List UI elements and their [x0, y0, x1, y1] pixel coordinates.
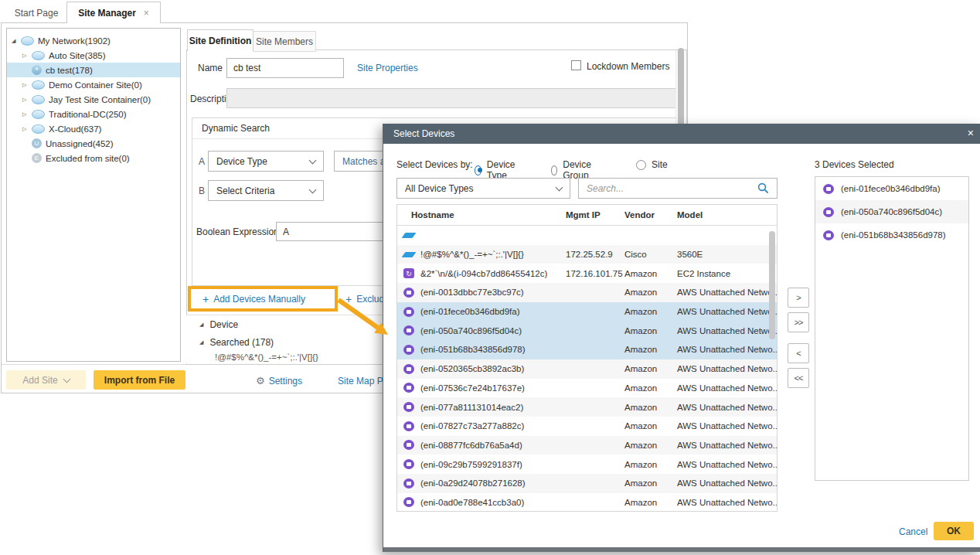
selected-device-row[interactable]: (eni-051b68b343856d978)	[815, 223, 968, 247]
radio-option[interactable]: Site	[636, 159, 668, 170]
add-site-button[interactable]: Add Site	[6, 370, 86, 390]
tree-item-label: X-Cloud(637)	[49, 124, 101, 134]
table-scrollbar-thumb[interactable]	[769, 231, 775, 339]
device-row[interactable]: (eni-0a29d24078b271628) Amazon AWS Unatt…	[397, 474, 777, 493]
criteria-a-dropdown[interactable]: Device Type	[208, 151, 324, 172]
cloud-icon	[32, 95, 45, 104]
tree-item[interactable]: Excluded from site(0)	[7, 151, 180, 165]
settings-button[interactable]: Settings	[256, 375, 302, 386]
description-input[interactable]	[226, 88, 677, 108]
device-row[interactable]	[397, 226, 777, 245]
ok-button[interactable]: OK	[934, 522, 974, 540]
unassigned-icon	[32, 138, 42, 148]
device-row[interactable]: (eni-051b68b343856d978) Amazon AWS Unatt…	[397, 340, 777, 359]
tab-site-manager-label: Site Manager	[78, 8, 136, 19]
criteria-b-dropdown[interactable]: Select Criteria	[208, 180, 324, 201]
tree-item-label: Unassigned(452)	[46, 139, 114, 148]
move-right-button[interactable]: >	[788, 288, 809, 308]
tree-expander-icon[interactable]: ▷	[22, 111, 32, 117]
col-hostname[interactable]: Hostname	[397, 210, 566, 220]
tree-item[interactable]: ▷ Demo Container Site(0)	[7, 77, 180, 92]
criteria-a-value: Device Type	[216, 156, 267, 167]
tree-expander-icon[interactable]: ▷	[22, 82, 32, 88]
name-input[interactable]	[226, 58, 344, 78]
tree-item-label: Demo Container Site(0)	[49, 80, 142, 90]
search-icon[interactable]	[757, 182, 769, 194]
cloud-icon	[32, 110, 45, 119]
selected-device-row[interactable]: (eni-050a740c896f5d04c)	[815, 200, 968, 223]
device-row[interactable]: (eni-0ad0e788e41ccb3a0) Amazon AWS Unatt…	[397, 493, 777, 512]
model-cell: AWS Unattached Netwo...	[677, 383, 777, 393]
device-type-filter-dropdown[interactable]: All Device Types	[396, 178, 570, 199]
device-type-filter-value: All Device Types	[405, 183, 473, 194]
device-row[interactable]: (eni-07827c73a277a882c) Amazon AWS Unatt…	[397, 417, 777, 436]
move-all-right-button[interactable]: >>	[788, 312, 809, 332]
selected-device-row[interactable]: (eni-01fece0b346dbd9fa)	[815, 177, 968, 200]
tab-close-icon[interactable]: ×	[144, 8, 149, 19]
device-row[interactable]: !@#$%^&*()_-=+~`;:.'|V[]{} 172.25.52.9 C…	[397, 245, 777, 264]
col-vendor[interactable]: Vendor	[624, 210, 677, 220]
searched-device-label: !@#$%^&*()_-=+~`;:.'|V[]{}	[215, 352, 318, 362]
device-row[interactable]: &2*`\n/&(i-094cb7dd86455412c) 172.16.101…	[397, 264, 777, 283]
tree-item-label: Auto Site(385)	[49, 51, 106, 60]
tree-item[interactable]: ▷ Jay Test Site Container(0)	[7, 92, 180, 107]
eni-icon	[403, 288, 414, 298]
tab-site-members[interactable]: Site Members	[253, 31, 316, 52]
tree-item[interactable]: cb test(178)	[7, 63, 180, 77]
eni-icon	[403, 325, 414, 335]
model-cell: AWS Unattached Netwo...	[677, 478, 777, 488]
radio-icon	[475, 165, 481, 175]
excluded-icon	[32, 153, 42, 163]
move-all-left-button[interactable]: <<	[788, 368, 809, 388]
cancel-button[interactable]: Cancel	[899, 526, 927, 537]
close-icon[interactable]: ×	[968, 127, 974, 139]
device-row[interactable]: (eni-08877fc6db76a5a4d) Amazon AWS Unatt…	[397, 436, 777, 455]
tab-site-manager[interactable]: Site Manager ×	[66, 2, 161, 23]
vendor-cell: Amazon	[624, 269, 677, 278]
boolean-expression-label: Boolean Expression:	[196, 226, 281, 237]
tree-item[interactable]: ▷ Traditional-DC(250)	[7, 107, 180, 121]
tree-item[interactable]: ◢ My Network(1902)	[7, 33, 180, 48]
device-row[interactable]: (eni-050a740c896f5d04c) Amazon AWS Unatt…	[397, 321, 777, 340]
device-row[interactable]: (eni-0013dbbc77e3bc97c) Amazon AWS Unatt…	[397, 283, 777, 302]
eni-icon	[403, 383, 414, 393]
site-tree: ◢ My Network(1902) ▷ Auto Site(385) cb t…	[6, 28, 181, 362]
device-row[interactable]: (eni-09c29b7599291837f) Amazon AWS Unatt…	[397, 455, 777, 474]
tree-item[interactable]: ▷ Auto Site(385)	[7, 48, 180, 63]
hostname-cell: (eni-0a29d24078b271628)	[420, 478, 526, 488]
tree-expander-icon[interactable]: ▷	[22, 126, 32, 132]
radio-label: Site	[652, 159, 668, 170]
tree-expander-icon[interactable]: ▷	[22, 97, 32, 103]
device-row[interactable]: (eni-077a811131014eac2) Amazon AWS Unatt…	[397, 397, 777, 417]
mgmt-ip-cell: 172.25.52.9	[566, 250, 624, 259]
tree-item[interactable]: ▷ X-Cloud(637)	[7, 121, 180, 136]
device-row[interactable]: (eni-07536c7e24b17637e) Amazon AWS Unatt…	[397, 379, 777, 398]
col-mgmt-ip[interactable]: Mgmt IP	[566, 210, 624, 220]
collapse-icon[interactable]	[199, 339, 203, 346]
lockdown-members-checkbox[interactable]	[571, 60, 581, 70]
site-properties-link[interactable]: Site Properties	[357, 63, 418, 73]
device-row[interactable]: (eni-0520365cb3892ac3b) Amazon AWS Unatt…	[397, 359, 777, 379]
switch-icon	[402, 252, 417, 257]
tab-start-page[interactable]: Start Page	[6, 3, 66, 22]
annotation-arrow	[337, 297, 393, 342]
device-search-input[interactable]: Search...	[578, 178, 778, 199]
col-model[interactable]: Model	[677, 210, 777, 220]
vendor-cell: Amazon	[624, 403, 677, 412]
cloud-icon	[32, 124, 45, 134]
tree-item-label: Excluded from site(0)	[46, 154, 130, 163]
eni-icon	[823, 184, 834, 194]
eni-icon	[403, 364, 414, 374]
model-cell: AWS Unattached Netwo...	[677, 345, 777, 354]
tree-expander-icon[interactable]: ▷	[22, 53, 32, 59]
tree-item[interactable]: Unassigned(452)	[7, 136, 180, 151]
import-from-file-button[interactable]: Import from File	[94, 370, 185, 390]
site-icon	[32, 65, 42, 75]
tab-site-definition[interactable]: Site Definition	[187, 29, 254, 51]
collapse-icon[interactable]	[199, 322, 203, 328]
hostname-cell: &2*`\n/&(i-094cb7dd86455412c)	[420, 269, 547, 278]
tree-expander-icon[interactable]: ◢	[12, 38, 21, 44]
device-row[interactable]: (eni-01fece0b346dbd9fa) Amazon AWS Unatt…	[397, 302, 777, 322]
move-left-button[interactable]: <	[788, 343, 809, 363]
dialog-titlebar: Select Devices	[383, 124, 980, 144]
